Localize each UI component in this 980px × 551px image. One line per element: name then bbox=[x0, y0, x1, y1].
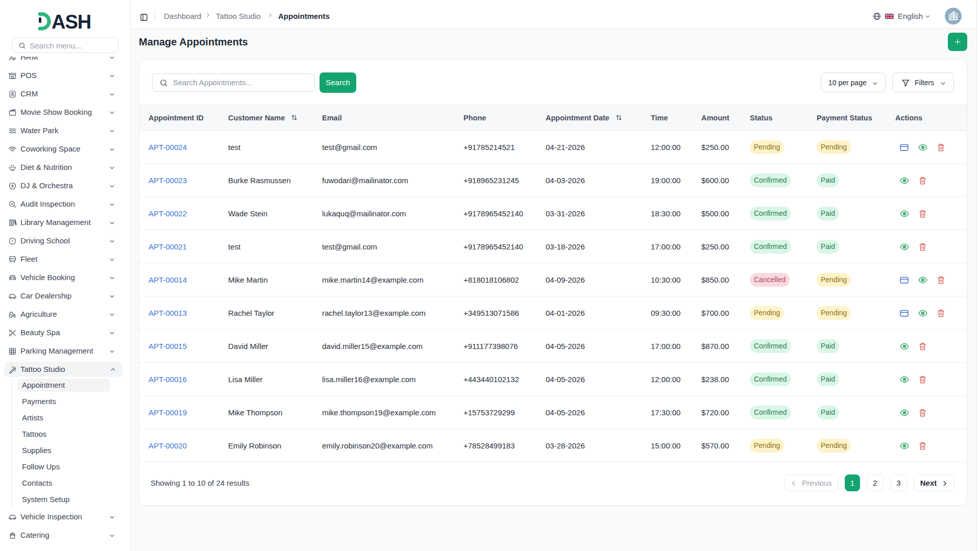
svg-text:ASH: ASH bbox=[52, 11, 91, 32]
